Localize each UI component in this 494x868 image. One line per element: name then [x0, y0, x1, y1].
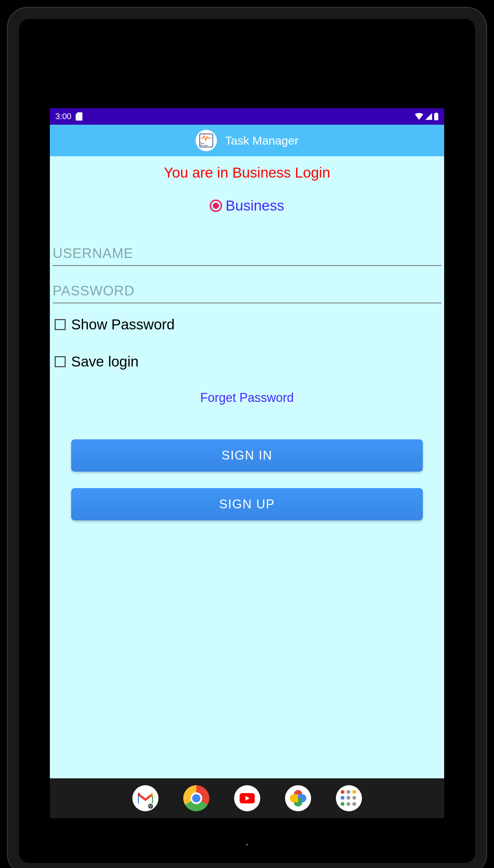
button-group: SIGN IN SIGN UP: [53, 439, 441, 520]
sign-up-button[interactable]: SIGN UP: [71, 488, 423, 520]
radio-selected-icon: [210, 200, 222, 212]
svg-point-3: [151, 805, 152, 806]
svg-point-4: [150, 807, 151, 808]
app-logo-text: Task Manager: [200, 142, 212, 146]
show-password-checkbox[interactable]: Show Password: [53, 316, 441, 333]
status-left: 3:00: [55, 112, 83, 121]
login-heading: You are in Business Login: [53, 165, 441, 181]
forget-password-link[interactable]: Forget Password: [53, 391, 441, 405]
sd-card-icon: [76, 112, 83, 121]
battery-icon: [434, 113, 439, 120]
status-time: 3:00: [55, 112, 72, 121]
youtube-icon[interactable]: [234, 785, 260, 811]
app-bar: Task Manager Task Manager: [50, 125, 444, 156]
apps-drawer-icon[interactable]: [336, 785, 362, 811]
photos-icon[interactable]: [285, 785, 311, 811]
radio-label: Business: [226, 198, 284, 214]
password-input[interactable]: [53, 279, 441, 303]
tablet-inner-frame: 3:00 Task Manager Task Manager: [19, 19, 475, 863]
wifi-icon: [415, 113, 424, 120]
chrome-icon[interactable]: [183, 785, 209, 811]
show-password-label: Show Password: [71, 316, 175, 333]
status-bar: 3:00: [50, 108, 444, 125]
device-screen: 3:00 Task Manager Task Manager: [50, 108, 444, 818]
tablet-device-frame: 3:00 Task Manager Task Manager: [7, 7, 487, 868]
app-title: Task Manager: [225, 134, 299, 147]
login-content: You are in Business Login Business Show …: [50, 156, 444, 778]
username-input[interactable]: [53, 241, 441, 266]
home-indicator: [246, 844, 248, 846]
sign-in-button[interactable]: SIGN IN: [71, 439, 423, 472]
save-login-label: Save login: [71, 353, 139, 370]
save-login-checkbox[interactable]: Save login: [53, 353, 441, 370]
svg-point-2: [149, 805, 150, 806]
svg-point-1: [148, 804, 153, 809]
checkbox-unchecked-icon: [55, 319, 66, 330]
app-logo-icon: Task Manager: [196, 130, 217, 151]
navigation-dock: [50, 778, 444, 818]
checkbox-unchecked-icon: [55, 356, 66, 367]
gmail-icon[interactable]: [132, 785, 158, 811]
business-radio[interactable]: Business: [53, 198, 441, 214]
signal-icon: [425, 113, 432, 120]
status-right: [415, 113, 439, 120]
